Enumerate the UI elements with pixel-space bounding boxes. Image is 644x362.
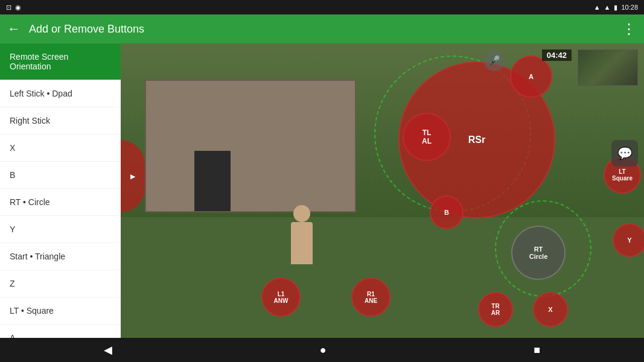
back-button[interactable]: ← (7, 21, 21, 37)
sidebar-item-z[interactable]: Z (0, 270, 121, 297)
l1-anw-button[interactable]: L1 ANW (261, 278, 301, 317)
nav-recent-button[interactable]: ■ (521, 339, 552, 361)
nav-bar: ◀ ● ■ (0, 338, 644, 362)
chat-button[interactable]: 💬 (611, 140, 638, 167)
mic-button[interactable]: 🎤 (483, 49, 505, 71)
sidebar-item-a[interactable]: A (0, 325, 121, 338)
sidebar-item-right-stick[interactable]: Right Stick (0, 107, 121, 135)
sidebar-item-rt-circle[interactable]: RT • Circle (0, 189, 121, 216)
status-bar: ⊡ ◉ ▲ ▲ ▮ 10:28 (0, 0, 644, 14)
sidebar-item-y[interactable]: Y (0, 216, 121, 243)
notification-icon: ⊡ (6, 4, 11, 11)
circle-icon: ◉ (15, 4, 21, 11)
sidebar-item-x[interactable]: X (0, 135, 121, 162)
character-head (293, 205, 310, 222)
sidebar-item-b[interactable]: B (0, 162, 121, 189)
r1-ane-button[interactable]: R1 ANE (351, 278, 391, 317)
signal-icon: ▲ (604, 4, 611, 11)
game-area: RSr A TL AL B RT Circle LT Square Y L1 A… (121, 43, 644, 338)
sidebar-item-remote-screen[interactable]: Remote Screen Orientation (0, 43, 121, 80)
nav-home-button[interactable]: ● (308, 339, 339, 361)
y-button[interactable]: Y (613, 223, 644, 257)
time-display: 10:28 (621, 4, 638, 11)
tr-ar-button[interactable]: TR AR (478, 292, 513, 327)
building-door (194, 151, 231, 211)
scene-character (284, 205, 320, 278)
toolbar-title: Add or Remove Buttons (29, 23, 613, 36)
wifi-icon: ▲ (594, 4, 601, 11)
x-button[interactable]: X (533, 292, 568, 327)
scene-ground (121, 217, 644, 338)
sidebar-item-left-stick[interactable]: Left Stick • Dpad (0, 80, 121, 107)
status-bar-right: ▲ ▲ ▮ 10:28 (594, 4, 638, 11)
tl-al-button[interactable]: TL AL (403, 113, 451, 161)
status-bar-left: ⊡ ◉ (6, 4, 21, 11)
nav-back-button[interactable]: ◀ (92, 338, 124, 361)
toolbar: ← Add or Remove Buttons ⋮ (0, 14, 644, 43)
character-body (291, 222, 313, 264)
minimap (578, 49, 638, 86)
more-options-button[interactable]: ⋮ (622, 21, 637, 37)
rt-circle-button[interactable]: RT Circle (511, 226, 566, 280)
timer-display: 04:42 (542, 49, 572, 61)
sidebar-item-lt-square[interactable]: LT • Square (0, 297, 121, 325)
sidebar: Remote Screen OrientationLeft Stick • Dp… (0, 43, 121, 338)
battery-icon: ▮ (614, 4, 617, 11)
b-button[interactable]: B (430, 195, 464, 229)
sidebar-item-start-triangle[interactable]: Start • Triangle (0, 243, 121, 270)
a-button[interactable]: A (510, 56, 552, 98)
scene-building (145, 80, 356, 212)
main-layout: Remote Screen OrientationLeft Stick • Dp… (0, 43, 644, 338)
